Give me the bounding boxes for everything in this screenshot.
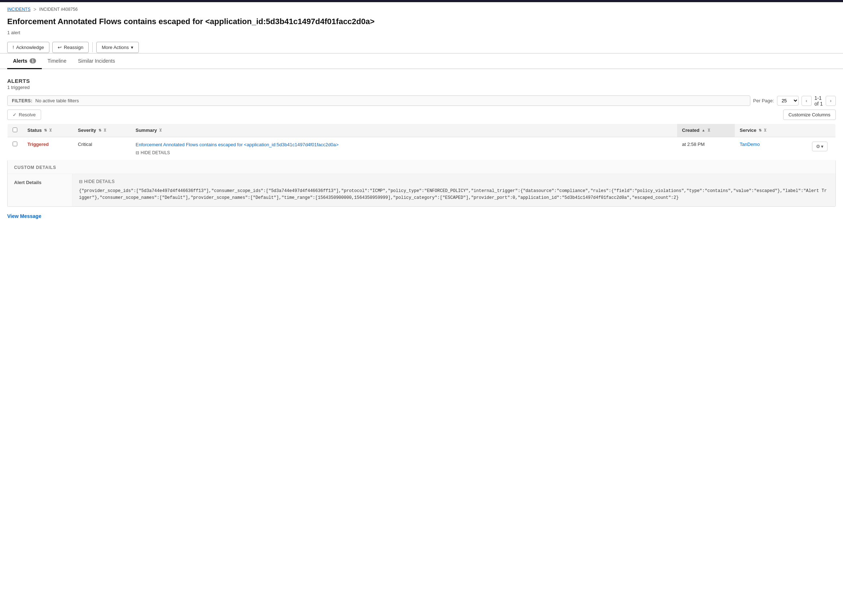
- per-page-label: Per Page:: [753, 98, 774, 103]
- row-status-cell: Triggered: [22, 137, 73, 160]
- tab-alerts[interactable]: Alerts 1: [7, 54, 42, 69]
- service-filter-icon[interactable]: ⊻: [764, 128, 766, 133]
- tab-alerts-label: Alerts: [13, 58, 27, 64]
- actions-chevron-icon: ▾: [821, 144, 824, 149]
- hide-details-small-label: HIDE DETAILS: [84, 179, 115, 184]
- chevron-down-icon: ▾: [131, 45, 133, 50]
- custom-details-header: CUSTOM DETAILS: [7, 160, 836, 174]
- actions-column-header: [807, 123, 836, 137]
- reassign-label: Reassign: [64, 45, 83, 50]
- more-actions-label: More Actions: [102, 45, 129, 50]
- row-summary-cell: Enforcement Annotated Flows contains esc…: [131, 137, 677, 160]
- filters-value: No active table filters: [35, 98, 79, 103]
- table-toolbar: FILTERS: No active table filters Per Pag…: [7, 95, 836, 107]
- hide-details-small-link[interactable]: ⊟ HIDE DETAILS: [79, 179, 829, 184]
- custom-details-section: CUSTOM DETAILS Alert Details ⊟ HIDE DETA…: [7, 160, 836, 207]
- breadcrumb: INCIDENTS > INCIDENT #408756: [0, 2, 843, 15]
- minus-square-icon: ⊟: [135, 150, 139, 155]
- severity-filter-icon[interactable]: ⊻: [103, 128, 106, 133]
- row2-toolbar: ✓ Resolve Customize Columns: [7, 110, 836, 120]
- reassign-icon: ↩: [58, 45, 62, 50]
- severity-sort-icon[interactable]: ⇅: [99, 128, 102, 132]
- page-of: of 1: [815, 101, 823, 107]
- acknowledge-icon: !: [13, 45, 14, 50]
- created-label: Created: [682, 128, 699, 133]
- tab-similar-incidents-label: Similar Incidents: [78, 58, 115, 64]
- summary-label: Summary: [135, 128, 157, 133]
- row-actions-cell: ⚙ ▾: [807, 137, 836, 160]
- alerts-table: Status ⇅ ⊻ Severity ⇅ ⊻ Summary ⊻: [7, 123, 836, 160]
- custom-details-right: ⊟ HIDE DETAILS {"provider_scope_ids":["5…: [72, 174, 836, 207]
- resolve-button[interactable]: ✓ Resolve: [7, 110, 41, 120]
- alert-count: 1 alert: [0, 29, 843, 39]
- main-content: ALERTS 1 triggered FILTERS: No active ta…: [0, 69, 843, 228]
- custom-details-body: Alert Details ⊟ HIDE DETAILS {"provider_…: [7, 174, 836, 207]
- customize-columns-label: Customize Columns: [789, 112, 830, 117]
- status-filter-icon[interactable]: ⊻: [49, 128, 52, 133]
- row-checkbox-cell: [7, 137, 23, 160]
- select-all-checkbox[interactable]: [13, 128, 17, 132]
- table-row: Triggered Critical Enforcement Annotated…: [7, 137, 836, 160]
- acknowledge-label: Acknowledge: [16, 45, 44, 50]
- status-column-header: Status ⇅ ⊻: [22, 123, 73, 137]
- row-severity-cell: Critical: [73, 137, 131, 160]
- row-service-cell: TanDemo: [735, 137, 807, 160]
- next-page-button[interactable]: ›: [826, 96, 836, 106]
- severity-label: Severity: [78, 128, 96, 133]
- filters-label: FILTERS:: [12, 98, 32, 103]
- created-value: at 2:58 PM: [682, 142, 705, 147]
- hide-details-link[interactable]: ⊟ HIDE DETAILS: [135, 150, 170, 155]
- tabs-container: Alerts 1 Timeline Similar Incidents: [0, 54, 843, 69]
- page-title: Enforcement Annotated Flows contains esc…: [0, 15, 843, 29]
- tab-timeline-label: Timeline: [48, 58, 66, 64]
- page-range: 1-1: [815, 95, 822, 101]
- service-label: Service: [740, 128, 756, 133]
- pagination-controls: Per Page: 25 50 100 ‹ 1-1 of 1 ›: [753, 95, 836, 107]
- alert-summary-link[interactable]: Enforcement Annotated Flows contains esc…: [135, 142, 672, 148]
- breadcrumb-incidents-link[interactable]: INCIDENTS: [7, 7, 31, 12]
- acknowledge-button[interactable]: ! Acknowledge: [7, 42, 49, 53]
- customize-columns-button[interactable]: Customize Columns: [783, 110, 836, 120]
- tab-similar-incidents[interactable]: Similar Incidents: [72, 54, 121, 69]
- resolve-label: Resolve: [19, 112, 36, 117]
- service-link[interactable]: TanDemo: [740, 142, 760, 147]
- details-json: {"provider_scope_ids":["5d3a744e497d4f44…: [79, 188, 829, 201]
- row-actions-button[interactable]: ⚙ ▾: [812, 142, 827, 151]
- service-sort-icon[interactable]: ⇅: [759, 128, 762, 132]
- tab-alerts-badge: 1: [29, 59, 36, 63]
- alerts-section-title: ALERTS: [7, 78, 836, 84]
- row-checkbox[interactable]: [13, 142, 17, 146]
- row-created-cell: at 2:58 PM: [677, 137, 735, 160]
- status-label: Status: [27, 128, 42, 133]
- hide-details-label: HIDE DETAILS: [141, 150, 170, 155]
- alert-details-label: Alert Details: [14, 180, 66, 185]
- summary-filter-icon[interactable]: ⊻: [159, 128, 162, 133]
- minus-icon: ⊟: [79, 179, 82, 184]
- status-sort-icon[interactable]: ⇅: [44, 128, 47, 132]
- summary-column-header: Summary ⊻: [131, 123, 677, 137]
- alerts-triggered-count: 1 triggered: [7, 85, 836, 90]
- created-sort-icon[interactable]: ▲: [702, 128, 705, 132]
- custom-details-left: Alert Details: [7, 174, 72, 207]
- prev-page-button[interactable]: ‹: [802, 96, 812, 106]
- created-filter-icon[interactable]: ⊻: [708, 128, 710, 133]
- more-actions-button[interactable]: More Actions ▾: [96, 42, 139, 53]
- severity-value: Critical: [78, 142, 92, 147]
- resolve-check-icon: ✓: [13, 112, 16, 117]
- created-column-header: Created ▲ ⊻: [677, 123, 735, 137]
- view-message-link[interactable]: View Message: [7, 213, 41, 219]
- breadcrumb-separator: >: [34, 6, 37, 12]
- status-badge: Triggered: [27, 142, 49, 147]
- toolbar: ! Acknowledge ↩ Reassign More Actions ▾: [0, 39, 843, 54]
- gear-icon: ⚙: [816, 144, 820, 149]
- tab-timeline[interactable]: Timeline: [42, 54, 72, 69]
- service-column-header: Service ⇅ ⊻: [735, 123, 807, 137]
- severity-column-header: Severity ⇅ ⊻: [73, 123, 131, 137]
- select-all-header: [7, 123, 23, 137]
- page-info: 1-1 of 1: [815, 95, 823, 107]
- reassign-button[interactable]: ↩ Reassign: [52, 42, 89, 53]
- table-header-row: Status ⇅ ⊻ Severity ⇅ ⊻ Summary ⊻: [7, 123, 836, 137]
- toolbar-divider: [92, 42, 93, 52]
- breadcrumb-current: INCIDENT #408756: [39, 7, 78, 12]
- per-page-select[interactable]: 25 50 100: [777, 96, 799, 106]
